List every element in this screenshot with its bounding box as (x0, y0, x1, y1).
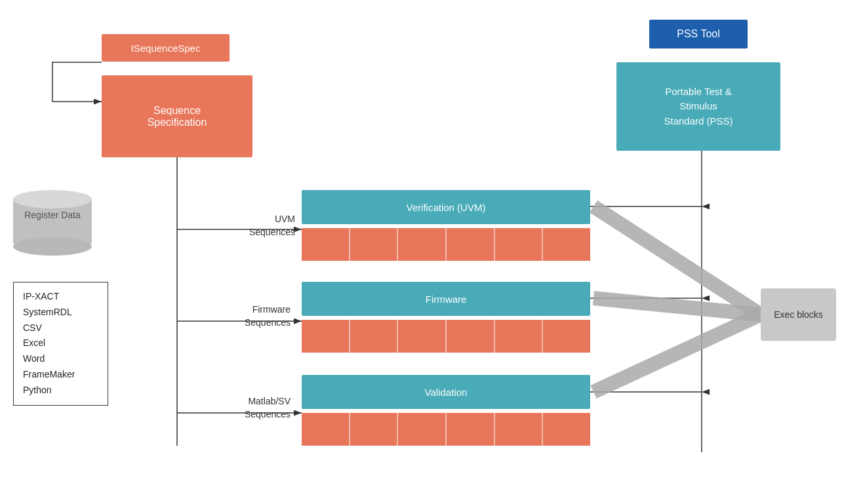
validation-box: Validation (302, 375, 590, 409)
verification-uvm-box: Verification (UVM) (302, 190, 590, 224)
svg-line-10 (593, 315, 761, 392)
validation-segment-bar (302, 413, 590, 446)
pss-tool-label: PSS Tool (649, 20, 748, 48)
uvm-segment-bar (302, 228, 590, 261)
list-item: SystemRDL (23, 305, 98, 320)
exec-blocks-label: Exec blocks (761, 288, 836, 341)
list-item: CSV (23, 320, 98, 336)
format-list-box: IP-XACT SystemRDL CSV Excel Word FrameMa… (13, 282, 108, 406)
svg-line-8 (593, 206, 761, 315)
list-item: FrameMaker (23, 367, 98, 383)
register-data-cylinder: Register Data (13, 190, 92, 256)
diagram-container: ISequenceSpec Sequence Specification Reg… (0, 0, 844, 504)
list-item: Excel (23, 336, 98, 351)
isequencespec-label: ISequenceSpec (102, 34, 230, 62)
firmware-box: Firmware (302, 282, 590, 316)
list-item: Python (23, 383, 98, 398)
firmware-segment-bar (302, 320, 590, 353)
list-item: IP-XACT (23, 289, 98, 305)
matlab-sequences-label: Matlab/SVSequences (176, 395, 291, 421)
uvm-sequences-label: UVMSequences (184, 213, 295, 239)
svg-line-9 (593, 298, 761, 315)
register-data-label: Register Data (13, 210, 92, 220)
pss-standard-box: Portable Test & Stimulus Standard (PSS) (616, 62, 780, 151)
firmware-sequences-label: FirmwareSequences (176, 303, 291, 329)
sequence-specification-box: Sequence Specification (102, 75, 252, 157)
list-item: Word (23, 351, 98, 367)
